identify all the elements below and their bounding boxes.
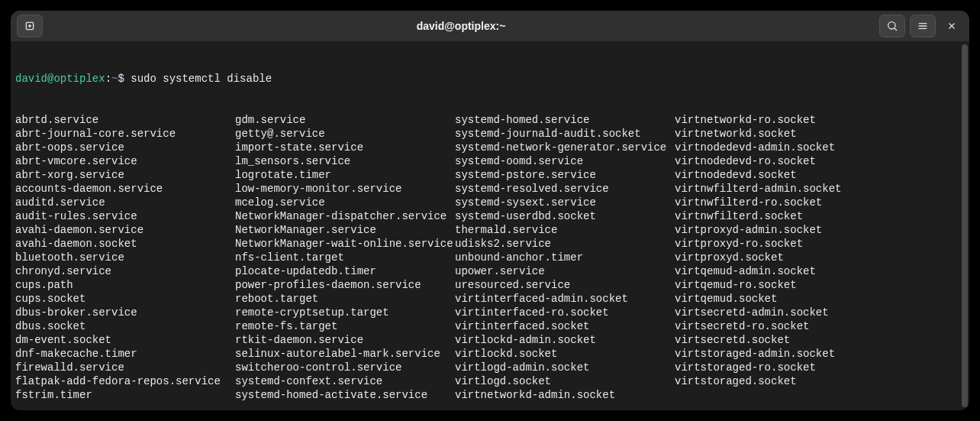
service-item: virtnetworkd.socket bbox=[675, 127, 895, 141]
service-item: systemd-confext.service bbox=[235, 374, 455, 388]
service-item: virtnwfilterd-ro.socket bbox=[675, 196, 895, 209]
service-item: systemd-pstore.service bbox=[455, 168, 675, 182]
service-item: NetworkManager-dispatcher.service bbox=[235, 209, 455, 223]
service-item: logrotate.timer bbox=[235, 168, 455, 182]
service-item: selinux-autorelabel-mark.service bbox=[235, 347, 455, 361]
svg-point-3 bbox=[888, 22, 895, 29]
service-item: dbus-broker.service bbox=[15, 306, 235, 319]
service-item: low-memory-monitor.service bbox=[235, 182, 455, 196]
service-item: power-profiles-daemon.service bbox=[235, 278, 455, 292]
service-item: systemd-journald-audit.socket bbox=[455, 127, 675, 141]
service-item: systemd-resolved.service bbox=[455, 182, 675, 196]
service-item: import-state.service bbox=[235, 141, 455, 154]
window-title: david@optiplex:~ bbox=[43, 20, 879, 32]
service-item: getty@.service bbox=[235, 127, 455, 141]
new-tab-button[interactable] bbox=[17, 15, 43, 37]
service-item: dnf-makecache.timer bbox=[15, 347, 235, 361]
service-item: switcheroo-control.service bbox=[235, 361, 455, 374]
service-item: mcelog.service bbox=[235, 196, 455, 209]
service-item: virtnodedevd.socket bbox=[675, 168, 895, 182]
service-item: virtnwfilterd.socket bbox=[675, 209, 895, 223]
service-item: lm_sensors.service bbox=[235, 154, 455, 168]
service-item: NetworkManager-wait-online.service bbox=[235, 237, 455, 251]
service-item: unbound-anchor.timer bbox=[455, 251, 675, 264]
service-item: NetworkManager.service bbox=[235, 223, 455, 237]
service-item: remote-cryptsetup.target bbox=[235, 306, 455, 319]
prompt-line-1: david@optiplex:~$ sudo systemctl disable bbox=[15, 72, 960, 86]
service-item: systemd-homed-activate.service bbox=[235, 388, 455, 402]
service-item: avahi-daemon.service bbox=[15, 223, 235, 237]
service-item: accounts-daemon.service bbox=[15, 182, 235, 196]
scrollbar-thumb[interactable] bbox=[962, 44, 968, 407]
titlebar-right bbox=[879, 15, 963, 37]
service-item: auditd.service bbox=[15, 196, 235, 209]
service-item: systemd-oomd.service bbox=[455, 154, 675, 168]
service-item: virtsecretd-admin.socket bbox=[675, 306, 895, 319]
service-column-2: gdm.service getty@.service import-state.… bbox=[235, 113, 455, 402]
service-item: virtlogd.socket bbox=[455, 374, 675, 388]
service-item: abrt-journal-core.service bbox=[15, 127, 235, 141]
service-item: udisks2.service bbox=[455, 237, 675, 251]
service-item: chronyd.service bbox=[15, 264, 235, 278]
titlebar: david@optiplex:~ bbox=[11, 11, 969, 41]
service-item: dm-event.socket bbox=[15, 333, 235, 347]
service-item: rtkit-daemon.service bbox=[235, 333, 455, 347]
service-item: virtsecretd-ro.socket bbox=[675, 319, 895, 333]
service-item: virtproxyd-ro.socket bbox=[675, 237, 895, 251]
terminal-window: david@optiplex:~ david@optiplex:~$ sudo … bbox=[11, 11, 969, 410]
service-item: upower.service bbox=[455, 264, 675, 278]
service-item: flatpak-add-fedora-repos.service bbox=[15, 374, 235, 388]
prompt-command: sudo systemctl disable bbox=[131, 72, 272, 86]
service-item: virtnwfilterd-admin.socket bbox=[675, 182, 895, 196]
service-item: virtlockd.socket bbox=[455, 347, 675, 361]
service-item: firewalld.service bbox=[15, 361, 235, 374]
service-item: gdm.service bbox=[235, 113, 455, 127]
service-item: abrt-oops.service bbox=[15, 141, 235, 154]
search-button[interactable] bbox=[879, 15, 905, 37]
service-item: virtnetworkd-admin.socket bbox=[455, 388, 675, 402]
terminal-content: david@optiplex:~$ sudo systemctl disable… bbox=[15, 44, 960, 407]
prompt-user: david@optiplex bbox=[15, 72, 105, 86]
prompt-path: ~ bbox=[111, 72, 118, 86]
close-icon bbox=[946, 21, 957, 31]
service-columns: abrtd.service abrt-journal-core.service … bbox=[15, 113, 960, 402]
search-icon bbox=[886, 20, 898, 32]
service-item: audit-rules.service bbox=[15, 209, 235, 223]
service-item: virtqemud.socket bbox=[675, 292, 895, 306]
service-item: remote-fs.target bbox=[235, 319, 455, 333]
service-item: virtinterfaced.socket bbox=[455, 319, 675, 333]
scrollbar[interactable] bbox=[960, 44, 968, 407]
prompt-colon: : bbox=[105, 72, 111, 86]
service-column-3: systemd-homed.service systemd-journald-a… bbox=[455, 113, 675, 402]
service-item: virtnodedevd-ro.socket bbox=[675, 154, 895, 168]
service-item: plocate-updatedb.timer bbox=[235, 264, 455, 278]
titlebar-left bbox=[17, 15, 43, 37]
service-item: bluetooth.service bbox=[15, 251, 235, 264]
service-item: virtlogd-admin.socket bbox=[455, 361, 675, 374]
service-item: fstrim.timer bbox=[15, 388, 235, 402]
service-item: virtqemud-admin.socket bbox=[675, 264, 895, 278]
service-item: abrt-xorg.service bbox=[15, 168, 235, 182]
close-button[interactable] bbox=[940, 15, 963, 37]
terminal-body[interactable]: david@optiplex:~$ sudo systemctl disable… bbox=[11, 41, 969, 410]
service-item: virtproxyd.socket bbox=[675, 251, 895, 264]
service-item: cups.path bbox=[15, 278, 235, 292]
hamburger-icon bbox=[917, 20, 929, 32]
service-item: systemd-homed.service bbox=[455, 113, 675, 127]
service-item: systemd-network-generator.service bbox=[455, 141, 675, 154]
service-item: virtnodedevd-admin.socket bbox=[675, 141, 895, 154]
service-column-1: abrtd.service abrt-journal-core.service … bbox=[15, 113, 235, 402]
service-item: abrtd.service bbox=[15, 113, 235, 127]
menu-button[interactable] bbox=[910, 15, 936, 37]
service-column-4: virtnetworkd-ro.socket virtnetworkd.sock… bbox=[675, 113, 895, 402]
service-item: virtsecretd.socket bbox=[675, 333, 895, 347]
service-item: reboot.target bbox=[235, 292, 455, 306]
service-item: virtproxyd-admin.socket bbox=[675, 223, 895, 237]
prompt-dollar: $ bbox=[118, 72, 131, 86]
plus-icon bbox=[24, 20, 36, 32]
service-item: virtstoraged-ro.socket bbox=[675, 361, 895, 374]
service-item: virtstoraged.socket bbox=[675, 374, 895, 388]
service-item: uresourced.service bbox=[455, 278, 675, 292]
service-item: virtnetworkd-ro.socket bbox=[675, 113, 895, 127]
service-item: virtstoraged-admin.socket bbox=[675, 347, 895, 361]
